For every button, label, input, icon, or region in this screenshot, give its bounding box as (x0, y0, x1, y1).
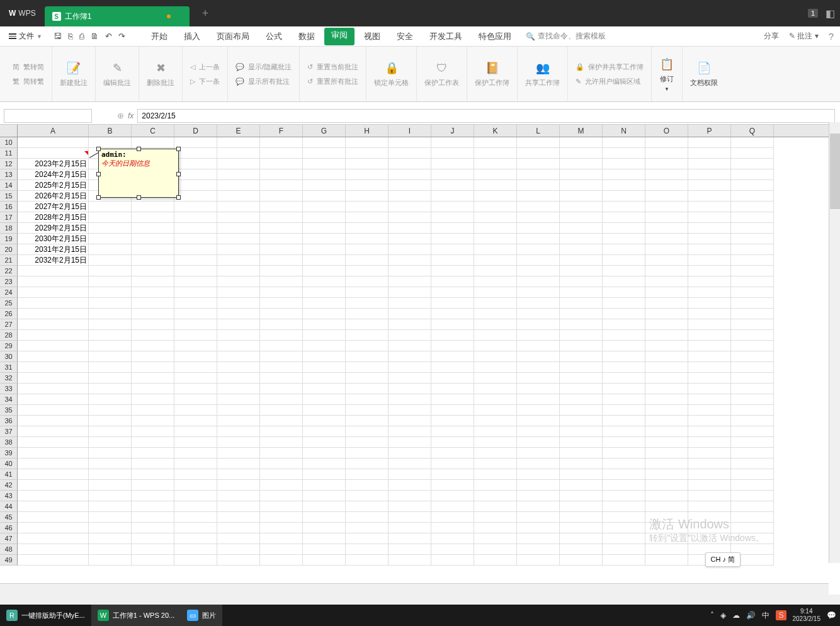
cell[interactable] (389, 405, 431, 416)
cell[interactable] (474, 234, 517, 244)
cell[interactable] (517, 148, 560, 159)
cell[interactable] (731, 309, 774, 319)
cell[interactable] (431, 501, 474, 512)
cell[interactable] (217, 287, 260, 298)
cell[interactable]: 2023年2月15日 (18, 159, 89, 169)
cell[interactable] (603, 351, 645, 362)
cell[interactable] (645, 373, 688, 384)
cell[interactable] (560, 223, 603, 234)
cell[interactable] (474, 169, 517, 180)
cell[interactable] (89, 480, 132, 491)
cell[interactable] (260, 148, 303, 159)
cell[interactable] (217, 448, 260, 458)
taskbar-item[interactable]: ▭ 图片 (181, 605, 222, 626)
resize-handle[interactable] (137, 147, 141, 151)
cell[interactable] (217, 202, 260, 212)
column-header[interactable]: C (132, 125, 174, 137)
cell[interactable] (346, 148, 389, 159)
cell[interactable] (517, 426, 560, 437)
cell[interactable] (132, 480, 174, 491)
cell[interactable] (346, 266, 389, 276)
cell[interactable] (389, 287, 431, 298)
cell[interactable] (645, 544, 688, 555)
cell[interactable] (731, 405, 774, 416)
cell[interactable] (688, 319, 731, 330)
cell[interactable] (517, 287, 560, 298)
cell[interactable] (260, 202, 303, 212)
cell[interactable] (217, 426, 260, 437)
cell[interactable] (731, 244, 774, 255)
cell[interactable] (431, 298, 474, 309)
row-header[interactable]: 34 (0, 394, 18, 405)
cell[interactable] (174, 266, 217, 276)
cell[interactable] (474, 276, 517, 287)
cell[interactable] (431, 351, 474, 362)
cell[interactable] (217, 309, 260, 319)
cell[interactable] (688, 244, 731, 255)
reset-all-comments-button[interactable]: ↺重置所有批注 (305, 76, 361, 88)
cell[interactable] (18, 287, 89, 298)
cell[interactable] (688, 287, 731, 298)
cell[interactable] (431, 523, 474, 533)
cell[interactable] (688, 416, 731, 426)
cell[interactable] (560, 491, 603, 501)
undo-icon[interactable]: ↶ (105, 31, 112, 41)
cell[interactable] (89, 298, 132, 309)
notification-badge[interactable]: 1 (808, 9, 818, 18)
cell[interactable] (688, 469, 731, 480)
cell[interactable] (645, 362, 688, 373)
cell[interactable] (346, 169, 389, 180)
cell[interactable] (303, 555, 346, 566)
cell[interactable] (688, 266, 731, 276)
cell[interactable] (303, 384, 346, 394)
cell[interactable] (89, 512, 132, 523)
cell[interactable] (174, 458, 217, 469)
cell[interactable] (89, 351, 132, 362)
cell[interactable] (389, 212, 431, 223)
cell[interactable] (132, 523, 174, 533)
cell[interactable] (260, 469, 303, 480)
cell[interactable] (89, 373, 132, 384)
cell[interactable] (18, 298, 89, 309)
resize-handle[interactable] (96, 147, 101, 151)
cell[interactable] (217, 544, 260, 555)
cell[interactable] (603, 458, 645, 469)
cell[interactable] (89, 330, 132, 341)
cell[interactable]: 2028年2月15日 (18, 212, 89, 223)
cell[interactable]: 2029年2月15日 (18, 223, 89, 234)
cell[interactable] (645, 202, 688, 212)
cell[interactable] (731, 287, 774, 298)
cell[interactable] (603, 448, 645, 458)
cell[interactable] (303, 137, 346, 148)
cell[interactable] (731, 319, 774, 330)
cell[interactable] (731, 191, 774, 202)
cell[interactable] (603, 469, 645, 480)
row-header[interactable]: 16 (0, 202, 18, 212)
cell[interactable] (731, 298, 774, 309)
cell[interactable] (18, 544, 89, 555)
cell[interactable] (517, 373, 560, 384)
protect-share-button[interactable]: 🔒保护并共享工作簿 (573, 61, 646, 73)
cell[interactable] (474, 212, 517, 223)
cell[interactable] (132, 448, 174, 458)
cell[interactable] (389, 255, 431, 266)
cell[interactable] (560, 137, 603, 148)
cell[interactable] (474, 512, 517, 523)
cell[interactable] (688, 212, 731, 223)
cell[interactable] (18, 341, 89, 351)
cell[interactable] (688, 255, 731, 266)
cell[interactable] (603, 319, 645, 330)
column-header[interactable]: O (645, 125, 688, 137)
cell[interactable] (18, 405, 89, 416)
cell[interactable] (431, 244, 474, 255)
cell[interactable] (431, 458, 474, 469)
cell[interactable] (303, 276, 346, 287)
cell[interactable] (303, 212, 346, 223)
previous-comment-button[interactable]: ◁上一条 (188, 61, 222, 73)
column-header[interactable]: E (217, 125, 260, 137)
cell[interactable] (174, 544, 217, 555)
cell[interactable] (132, 394, 174, 405)
cell[interactable] (431, 437, 474, 448)
cell[interactable] (260, 212, 303, 223)
row-header[interactable]: 12 (0, 159, 18, 169)
